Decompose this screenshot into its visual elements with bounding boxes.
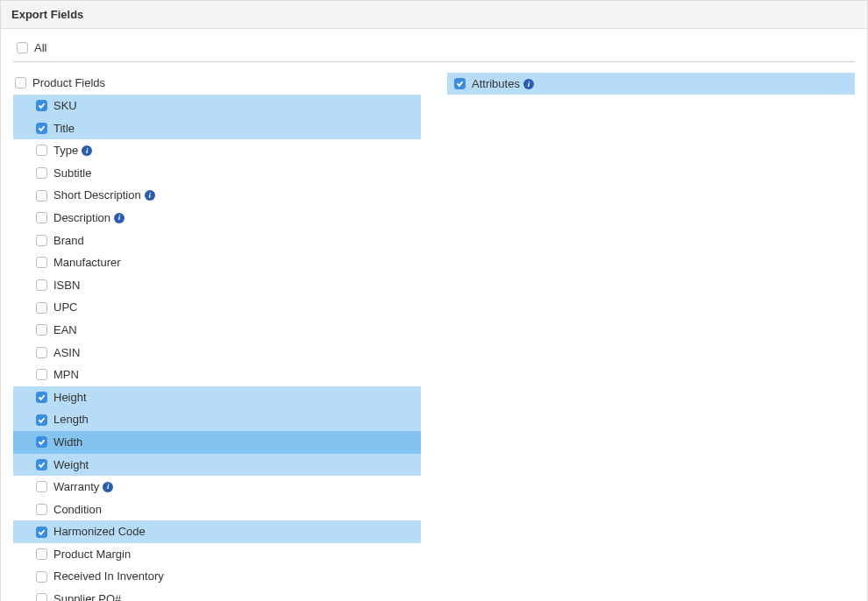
field-label: EAN <box>53 323 77 337</box>
info-icon[interactable]: i <box>82 145 92 156</box>
info-icon[interactable]: i <box>103 482 113 492</box>
field-label: Manufacturer <box>53 256 121 270</box>
field-row[interactable]: Height <box>13 386 421 409</box>
field-checkbox[interactable] <box>36 392 47 403</box>
all-row: All <box>13 38 855 62</box>
field-label: Short Description <box>53 188 141 202</box>
all-label: All <box>34 41 46 54</box>
export-fields-panel: Export Fields All Product Fields SKUTitl… <box>0 0 868 601</box>
field-label: Title <box>53 122 75 136</box>
left-column: Product Fields SKUTitleTypeiSubtitleShor… <box>13 73 421 601</box>
product-fields-checkbox[interactable] <box>15 77 26 88</box>
field-label: Height <box>53 391 87 405</box>
field-checkbox[interactable] <box>36 123 47 134</box>
field-label: UPC <box>53 300 77 315</box>
field-label: Warranty <box>53 480 99 494</box>
product-fields-label: Product Fields <box>32 76 105 89</box>
field-row[interactable]: Harmonized Code <box>13 520 421 543</box>
field-label: Type <box>53 144 78 158</box>
field-checkbox[interactable] <box>36 235 47 246</box>
field-label: Supplier PO# <box>53 592 121 601</box>
panel-title: Export Fields <box>1 1 867 29</box>
field-checkbox[interactable] <box>36 481 47 492</box>
field-row[interactable]: Width <box>13 431 421 454</box>
info-icon[interactable]: i <box>145 190 155 201</box>
field-checkbox[interactable] <box>36 436 47 448</box>
field-row[interactable]: Warrantyi <box>13 476 421 498</box>
field-row[interactable]: Product Margin <box>13 543 421 566</box>
field-row[interactable]: Length <box>13 408 421 431</box>
field-checkbox[interactable] <box>36 459 47 470</box>
field-checkbox[interactable] <box>36 190 47 202</box>
field-checkbox[interactable] <box>36 302 47 314</box>
field-checkbox[interactable] <box>36 212 47 223</box>
field-label: Received In Inventory <box>53 569 164 583</box>
field-row[interactable]: Title <box>13 117 421 140</box>
field-label: Length <box>53 413 89 427</box>
field-label: Subtitle <box>53 166 91 180</box>
columns: Product Fields SKUTitleTypeiSubtitleShor… <box>13 73 855 601</box>
field-label: ISBN <box>53 279 80 293</box>
field-label: Condition <box>53 503 102 517</box>
attributes-row: Attributes i <box>447 73 855 95</box>
field-checkbox[interactable] <box>36 347 47 358</box>
field-row[interactable]: Manufacturer <box>13 251 421 274</box>
field-label: Width <box>53 435 82 449</box>
field-row[interactable]: Brand <box>13 230 421 252</box>
field-label: Description <box>53 211 110 225</box>
field-label: MPN <box>53 368 79 382</box>
field-row[interactable]: UPC <box>13 296 421 319</box>
field-row[interactable]: MPN <box>13 364 421 386</box>
field-label: SKU <box>53 99 77 113</box>
attributes-checkbox[interactable] <box>454 78 466 89</box>
product-fields-header: Product Fields <box>13 73 421 93</box>
field-label: Product Margin <box>53 548 131 562</box>
field-checkbox[interactable] <box>36 369 47 380</box>
field-label: ASIN <box>53 346 80 360</box>
all-checkbox[interactable] <box>17 42 28 53</box>
field-checkbox[interactable] <box>36 593 47 601</box>
field-row[interactable]: SKU <box>13 95 421 117</box>
info-icon[interactable]: i <box>523 79 534 89</box>
field-row[interactable]: Received In Inventory <box>13 565 421 588</box>
field-row[interactable]: Descriptioni <box>13 207 421 230</box>
field-checkbox[interactable] <box>36 571 47 583</box>
panel-body: All Product Fields SKUTitleTypeiSubtitle… <box>1 29 867 601</box>
field-row[interactable]: Subtitle <box>13 162 421 185</box>
field-checkbox[interactable] <box>36 414 47 426</box>
field-label: Harmonized Code <box>53 525 146 539</box>
field-row[interactable]: Condition <box>13 498 421 521</box>
field-checkbox[interactable] <box>36 257 47 268</box>
field-label: Brand <box>53 234 84 248</box>
field-row[interactable]: ASIN <box>13 342 421 364</box>
attributes-label: Attributes <box>472 77 520 90</box>
field-row[interactable]: Supplier PO# <box>13 588 421 601</box>
field-row[interactable]: ISBN <box>13 274 421 297</box>
field-checkbox[interactable] <box>36 167 47 179</box>
field-checkbox[interactable] <box>36 100 47 111</box>
field-checkbox[interactable] <box>36 548 47 560</box>
field-row[interactable]: Short Descriptioni <box>13 184 421 207</box>
product-fields-list: SKUTitleTypeiSubtitleShort DescriptioniD… <box>13 95 421 601</box>
field-checkbox[interactable] <box>36 504 47 515</box>
field-row[interactable]: Typei <box>13 139 421 162</box>
field-row[interactable]: Weight <box>13 454 421 477</box>
field-checkbox[interactable] <box>36 527 47 538</box>
field-checkbox[interactable] <box>36 279 47 291</box>
field-checkbox[interactable] <box>36 145 47 156</box>
right-column: Attributes i <box>447 73 855 601</box>
info-icon[interactable]: i <box>114 213 125 223</box>
field-checkbox[interactable] <box>36 324 47 336</box>
field-label: Weight <box>53 458 89 472</box>
field-row[interactable]: EAN <box>13 319 421 342</box>
